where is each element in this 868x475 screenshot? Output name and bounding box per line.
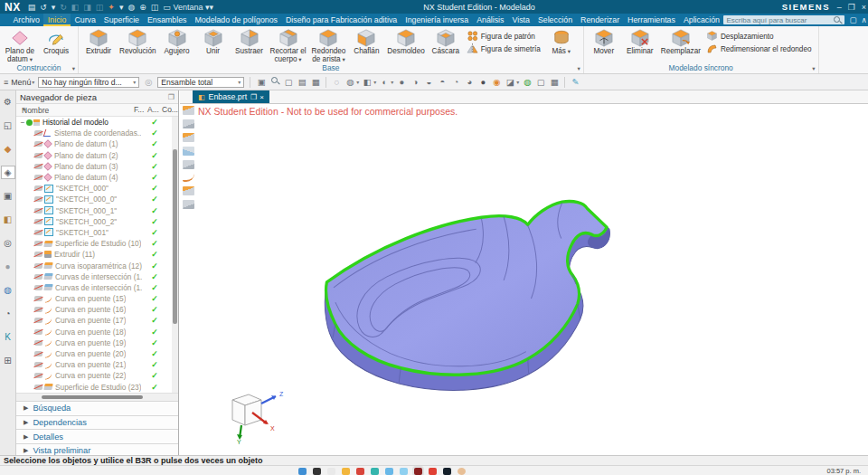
tree-row-sketch-000-1[interactable]: "SKETCH_000_1"✓ — [16, 205, 178, 216]
taskbar-app-teal[interactable] — [371, 468, 379, 475]
window-layout-icon[interactable]: ▣ — [256, 77, 267, 88]
navigator-section-dependencias[interactable]: ▶Dependencias — [16, 415, 178, 430]
suppress-eye-icon[interactable] — [34, 230, 42, 235]
fill-surface-icon[interactable] — [183, 186, 194, 195]
through-curves-icon[interactable] — [183, 119, 194, 128]
offset-surface-icon[interactable] — [183, 160, 194, 169]
taskbar-app-white[interactable] — [327, 468, 335, 475]
tree-row-curva-en-puente-21[interactable]: Curva en puente (21)✓ — [16, 359, 178, 370]
tree-row-superficie-de-estudio-10[interactable]: Superficie de Estudio (10)✓ — [16, 238, 178, 249]
knowledge-fusion-icon[interactable]: K — [2, 331, 14, 343]
ribbon-button-agujero[interactable]: Agujero — [159, 28, 195, 55]
touch-panel-icon[interactable]: ▦ — [310, 77, 321, 88]
sketch-pencil-icon[interactable]: ✎ — [570, 77, 580, 88]
panel-undock-icon[interactable]: ❐ — [168, 93, 175, 101]
menu-tab-curva[interactable]: Curva — [71, 14, 99, 26]
find-feature-icon[interactable] — [269, 77, 280, 88]
tree-scrollbar-thumb[interactable] — [173, 149, 177, 324]
tree-row-curva-en-puente-20[interactable]: Curva en puente (20)✓ — [16, 348, 178, 359]
timestamp-check-icon[interactable]: ✓ — [148, 360, 161, 369]
taskbar-app-avatar[interactable] — [458, 468, 466, 475]
tree-row-curva-en-puente-22[interactable]: Curva en puente (22)✓ — [16, 370, 178, 381]
tree-row-superficie-de-estudio-23[interactable]: Superficie de Estudio (23)✓ — [16, 382, 178, 393]
menu-tab-vista[interactable]: Vista — [508, 14, 533, 26]
cut-icon[interactable]: ◧ — [71, 3, 80, 12]
ribbon-button-recortar-el-cuerpo[interactable]: Recortar elcuerpo ▾ — [268, 28, 309, 63]
tree-row-curva-en-puente-15[interactable]: Curva en puente (15)✓ — [16, 293, 178, 304]
tree-row-sketch-000[interactable]: "SKETCH_000"✓ — [16, 183, 178, 194]
roles-gear-icon[interactable]: ⚙ — [2, 96, 14, 108]
brush-dropdown-icon[interactable]: ▾ — [119, 3, 124, 12]
timestamp-check-icon[interactable]: ✓ — [148, 184, 161, 193]
timestamp-check-icon[interactable]: ✓ — [148, 305, 161, 314]
tree-row-curva-en-puente-19[interactable]: Curva en puente (19)✓ — [16, 337, 178, 348]
section-view-icon[interactable]: ▢ — [535, 77, 546, 88]
menu-tab-aplicacion[interactable]: Aplicación — [679, 14, 723, 26]
taskbar-app-blue[interactable] — [298, 468, 307, 475]
group-collapse-icon[interactable]: ▾ — [578, 65, 580, 72]
ribbon-button-plano-de-datum[interactable]: Plano dedatum ▾ — [2, 28, 38, 63]
menu-tab-ingenieria-inversa[interactable]: Ingeniería inversa — [401, 14, 473, 26]
timestamp-check-icon[interactable]: ✓ — [148, 228, 161, 237]
timestamp-check-icon[interactable]: ✓ — [148, 206, 161, 215]
sheet-body-icon[interactable] — [183, 200, 194, 209]
part-navigator-icon[interactable]: ◈ — [2, 166, 14, 178]
suppress-eye-icon[interactable] — [34, 351, 42, 356]
dialog-box-icon[interactable]: ▢ — [283, 77, 294, 88]
tree-scrollbar[interactable] — [172, 117, 178, 393]
paste-icon[interactable]: ◫ — [96, 3, 104, 12]
brush-icon[interactable]: ✦ — [108, 3, 115, 12]
assembly-navigator-icon[interactable]: ◱ — [2, 119, 14, 131]
graphics-window[interactable]: ◧ Enbase.prt ❐× NX Student Edition - Not… — [180, 90, 868, 455]
tree-row-plano-de-datum-2[interactable]: Plano de datum (2)✓ — [16, 150, 178, 161]
tree-hscrollbar-thumb[interactable] — [42, 395, 143, 399]
tree-row-curva-en-puente-16[interactable]: Curva en puente (16)✓ — [16, 304, 178, 315]
timestamp-check-icon[interactable]: ✓ — [148, 338, 161, 347]
tree-row-sketch-000-2[interactable]: "SKETCH_000_2"✓ — [16, 216, 178, 227]
suppress-eye-icon[interactable] — [34, 130, 42, 136]
display-sphere-5-icon[interactable]: ◔ — [450, 77, 461, 88]
ribbon-button-redondeo-de-arista[interactable]: Redondeode arista ▾ — [309, 28, 349, 63]
save-icon[interactable]: ▤ — [28, 3, 36, 12]
suppress-eye-icon[interactable] — [34, 185, 42, 191]
reuse-library-icon[interactable]: ▣ — [2, 190, 14, 202]
menu-tab-superficie[interactable]: Superficie — [99, 14, 143, 26]
tree-row-sistema-de-coordenadas[interactable]: Sistema de coordenadas...✓ — [16, 128, 178, 138]
timestamp-check-icon[interactable]: ✓ — [148, 349, 161, 358]
timestamp-check-icon[interactable]: ✓ — [148, 151, 161, 160]
tree-row-extrudir-11[interactable]: Extrudir (11)✓ — [16, 249, 178, 260]
timestamp-check-icon[interactable]: ✓ — [148, 316, 161, 325]
suppress-eye-icon[interactable] — [34, 296, 42, 301]
bridge-curve-icon[interactable] — [183, 174, 194, 182]
window-switch-icon[interactable]: ◫ — [151, 3, 159, 12]
selection-filter-dropdown[interactable]: No hay ningún filtro d...▾ — [38, 77, 139, 88]
suppress-eye-icon[interactable] — [34, 329, 42, 335]
display-sphere-6-icon[interactable]: ◕ — [464, 77, 475, 88]
grid-icon[interactable]: ▦ — [549, 77, 560, 88]
display-sphere-2-icon[interactable]: ◑ — [410, 77, 420, 88]
filter-icon[interactable]: ◎ — [143, 77, 154, 88]
shaded-view-icon[interactable]: ◐ — [379, 77, 390, 88]
ribbon-button-chaflan[interactable]: Chaflán — [348, 28, 384, 55]
model-body-bottle-half[interactable] — [299, 193, 643, 394]
suppress-eye-icon[interactable] — [34, 164, 42, 169]
minimize-ribbon-icon[interactable]: ∧ — [862, 15, 867, 24]
ribbon-item-figura-de-simetria[interactable]: Figura de simetría — [467, 43, 541, 55]
hd3d-tools-icon[interactable]: ◎ — [2, 237, 14, 249]
timestamp-check-icon[interactable]: ✓ — [148, 139, 161, 148]
taskbar-app-yellow[interactable] — [342, 468, 350, 475]
information-window-icon[interactable]: ▤ — [297, 77, 307, 88]
search-input[interactable]: Escriba aquí para buscar — [723, 15, 844, 24]
menu-tab-archivo[interactable]: Archivo — [9, 14, 43, 26]
tree-row-curva-isoparametrica-12[interactable]: Curva isoparamétrica (12)✓ — [16, 260, 178, 271]
column-f[interactable]: F... — [134, 105, 144, 114]
timestamp-check-icon[interactable]: ✓ — [148, 239, 161, 248]
studio-surface-icon[interactable] — [183, 106, 194, 115]
mesh-surface-icon[interactable] — [183, 147, 194, 156]
column-a[interactable]: A... — [147, 105, 159, 114]
suppress-eye-icon[interactable] — [34, 340, 42, 346]
timestamp-check-icon[interactable]: ✓ — [148, 195, 161, 204]
timestamp-check-icon[interactable]: ✓ — [148, 217, 161, 226]
swept-surface-icon[interactable] — [183, 133, 194, 142]
selection-scope-dropdown[interactable]: Ensamble total▾ — [157, 77, 244, 88]
